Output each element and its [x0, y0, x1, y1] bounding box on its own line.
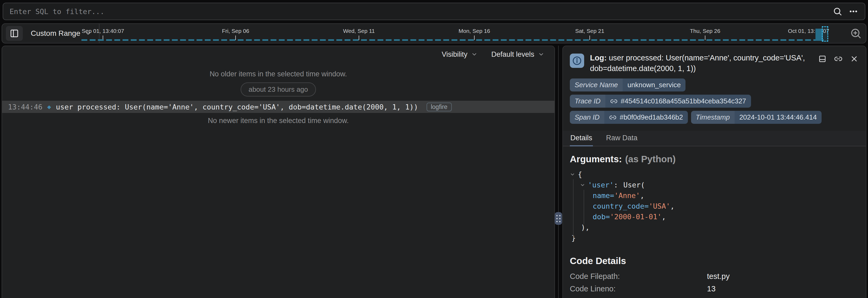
span-id-value: #b0f0d9ed1ab346b2 [620, 113, 683, 122]
badge-label: Service Name [570, 78, 623, 92]
code-comma: , [640, 190, 644, 201]
chevron-down-icon [538, 51, 545, 58]
timeline-track[interactable]: Sep 01, 13:40:07 Fri, Sep 06 Wed, Sep 11… [79, 24, 866, 43]
logfire-app: Custom Range Sep 01, 13:40:07 Fri, Sep 0… [0, 0, 868, 298]
timeline-selection-window[interactable] [822, 26, 828, 42]
close-paren: ), [581, 222, 590, 233]
code-lineno-label: Code Lineno: [570, 285, 707, 293]
code-string: 'USA' [649, 201, 670, 211]
arguments-code-tree: { 'user':User( name='Anne', country_code… [570, 169, 859, 243]
timeline-tick-label: Mon, Sep 16 [458, 28, 490, 34]
code-line: name='Anne', [570, 190, 859, 201]
collapse-chevron-icon[interactable] [570, 172, 578, 177]
visibility-dropdown[interactable]: Visibility [442, 51, 477, 59]
badge-label: Timestamp [691, 111, 735, 124]
badge-label: Span ID [570, 111, 604, 124]
code-line: 'user':User( [570, 180, 859, 190]
dock-panel-icon[interactable] [818, 55, 827, 63]
code-key: dob= [593, 211, 610, 222]
code-comma: , [661, 211, 666, 222]
copy-link-icon[interactable] [834, 55, 842, 63]
trace-id-value: #454514c0168a455a51bb4ceba354c327 [621, 97, 746, 105]
no-older-items-text: No older items in the selected time wind… [2, 70, 554, 78]
detail-body: Arguments:(as Python) { 'user':User( [563, 146, 866, 298]
code-sep: : [614, 180, 618, 190]
code-details-heading: Code Details [570, 256, 859, 266]
default-levels-label: Default levels [491, 51, 534, 59]
detail-tabs: Details Raw Data [563, 131, 866, 146]
log-row-message: user processed: User(name='Anne', countr… [56, 103, 418, 111]
arguments-subheading: (as Python) [625, 154, 676, 164]
panel-resize-handle[interactable] [555, 212, 562, 225]
more-menu-icon[interactable] [846, 4, 861, 19]
timeline-tick-label: Fri, Sep 06 [222, 28, 249, 34]
log-row-timestamp: 13:44:46 [2, 103, 42, 111]
service-name-badge: Service Name unknown_service [570, 78, 685, 92]
indent-guide [573, 179, 574, 238]
chevron-down-icon [471, 51, 477, 58]
code-line: country_code='USA', [570, 201, 859, 211]
log-list-header: Visibility Default levels [2, 46, 554, 63]
link-icon [609, 114, 617, 121]
detail-title-label: Log: [590, 54, 607, 62]
sql-filter-input[interactable] [3, 7, 830, 15]
code-string: '2000-01-01' [610, 211, 661, 222]
timestamp-value: 2024-10-01 13:44:46.414 [735, 111, 822, 124]
timeline-tick-label: Thu, Sep 26 [690, 28, 720, 34]
default-levels-dropdown[interactable]: Default levels [491, 51, 545, 59]
code-key: country_code= [593, 201, 649, 211]
metadata-badges: Service Name unknown_service Trace ID #4… [563, 75, 866, 124]
timeline-tick-label: Sep 01, 13:40:07 [82, 28, 124, 34]
visibility-label: Visibility [442, 51, 467, 59]
code-details-table: Code Filepath: test.py Code Lineno: 13 [570, 272, 859, 293]
indent-guide [584, 190, 584, 224]
sidebar-toggle-button[interactable] [6, 26, 23, 41]
open-brace: { [578, 169, 582, 180]
zoom-in-icon[interactable] [850, 28, 862, 39]
timeline-histogram-baseline [82, 39, 824, 41]
collapse-chevron-icon[interactable] [580, 183, 588, 188]
log-level-diamond-icon: ◆ [47, 103, 51, 110]
info-level-icon [570, 54, 584, 68]
search-icon[interactable] [830, 4, 845, 19]
code-lineno-value: 13 [707, 285, 859, 293]
no-newer-items-text: No newer items in the selected time wind… [2, 117, 554, 125]
tab-details[interactable]: Details [570, 131, 593, 146]
tab-raw-data[interactable]: Raw Data [606, 131, 638, 146]
sql-filter-bar [3, 3, 865, 20]
detail-actions [818, 53, 859, 74]
timestamp-badge: Timestamp 2024-10-01 13:44:46.414 [691, 111, 822, 124]
timeline-bar: Custom Range Sep 01, 13:40:07 Fri, Sep 0… [2, 23, 866, 43]
time-range-label: Custom Range [31, 29, 81, 38]
code-line: dob='2000-01-01', [570, 211, 859, 222]
code-line: ), [570, 222, 859, 233]
code-filepath-value: test.py [707, 272, 859, 281]
link-icon [610, 98, 618, 105]
close-icon[interactable] [850, 55, 859, 63]
span-id-badge[interactable]: Span ID #b0f0d9ed1ab346b2 [570, 111, 688, 124]
time-ago-badge: about 23 hours ago [241, 82, 316, 97]
code-ctor: User( [623, 180, 645, 190]
arguments-heading: Arguments:(as Python) [570, 154, 859, 164]
log-tag-badge[interactable]: logfire [427, 103, 452, 111]
code-comma: , [670, 201, 675, 211]
log-row[interactable]: 13:44:46 ◆ user processed: User(name='An… [2, 101, 554, 113]
detail-title-text: user processed: User(name='Anne', countr… [590, 54, 805, 73]
badge-label: Trace ID [570, 95, 606, 108]
panel-divider [558, 45, 559, 298]
code-key: name= [593, 190, 614, 201]
detail-title: Log: user processed: User(name='Anne', c… [590, 53, 814, 74]
code-line: { [570, 169, 859, 180]
trace-id-badge[interactable]: Trace ID #454514c0168a455a51bb4ceba354c3… [570, 95, 751, 108]
close-brace: } [571, 233, 576, 243]
code-line: } [570, 233, 859, 243]
sqlbar-icons [830, 4, 861, 19]
detail-header: Log: user processed: User(name='Anne', c… [563, 46, 866, 75]
code-filepath-label: Code Filepath: [570, 272, 707, 281]
code-string: 'Anne' [614, 190, 640, 201]
badge-value: unknown_service [623, 78, 685, 92]
timeline-tick-label: Wed, Sep 11 [343, 28, 375, 34]
arguments-heading-text: Arguments: [570, 154, 622, 164]
log-detail-panel: Log: user processed: User(name='Anne', c… [562, 45, 866, 298]
timeline-tick-label: Sat, Sep 21 [575, 28, 604, 34]
